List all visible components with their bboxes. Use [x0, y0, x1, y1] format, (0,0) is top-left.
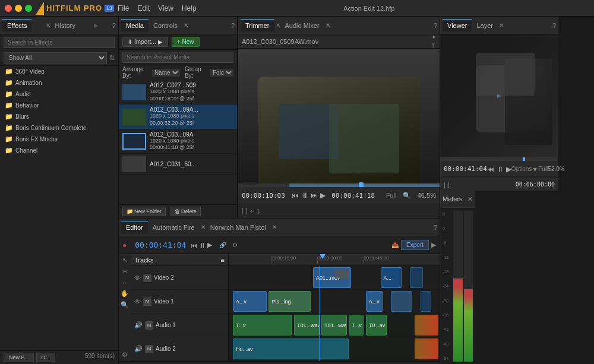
mark-in-icon[interactable]: [: [242, 208, 244, 214]
ripple-tool-icon[interactable]: ↔: [122, 279, 128, 286]
effects-category-360video[interactable]: 📁 360° Video: [0, 66, 118, 77]
delete-button[interactable]: D...: [36, 353, 55, 362]
export-button[interactable]: Export: [401, 240, 429, 250]
clip-hu-av[interactable]: Hu...av: [233, 338, 349, 359]
clip-pls-ing[interactable]: Pls...ing: [268, 291, 311, 312]
show-all-select[interactable]: Show All: [4, 52, 107, 64]
zoom-search-icon[interactable]: 🔍: [403, 192, 411, 200]
overwrite-icon[interactable]: ⤵: [257, 208, 260, 214]
editor-magnet-icon[interactable]: ⚙: [232, 242, 238, 248]
mute-audio2-icon[interactable]: M: [145, 345, 153, 353]
import-button[interactable]: ⬇ Import... ▶: [122, 37, 168, 47]
clip-t-v[interactable]: T...v: [233, 315, 292, 335]
skip-end-button[interactable]: ⏭: [311, 191, 318, 200]
eye-icon[interactable]: 👁: [134, 298, 141, 305]
media-search-input[interactable]: [122, 52, 233, 63]
media-item[interactable]: A012_C03...09A... 1920 x 1080 pixels00:0…: [119, 105, 237, 129]
snap-tool-icon[interactable]: ⚙: [122, 351, 128, 359]
tab-audio-mixer[interactable]: Audio Mixer: [280, 20, 324, 31]
close-norwich-tab-icon[interactable]: ✕: [272, 224, 277, 230]
editor-skip-start-button[interactable]: ⏮: [191, 241, 197, 249]
play-button[interactable]: ▶: [320, 191, 326, 200]
clip-t01-wav-1[interactable]: T01...wav: [294, 315, 320, 335]
editor-panel-info-icon[interactable]: ?: [434, 224, 437, 231]
effects-category-boris-mocha[interactable]: 📁 Boris FX Mocha: [0, 134, 118, 145]
effects-category-audio[interactable]: 📁 Audio: [0, 88, 118, 100]
effects-category-animation[interactable]: 📁 Animation: [0, 77, 118, 88]
delete-media-button[interactable]: 🗑 Delete: [170, 207, 201, 216]
media-item[interactable]: A012_C031_50...: [119, 154, 237, 175]
tracks-menu-icon[interactable]: ≡: [221, 257, 225, 264]
menu-file[interactable]: File: [118, 4, 129, 12]
close-trimmer-tab-icon[interactable]: ✕: [276, 22, 280, 29]
viewer-options-arrow-icon[interactable]: ▼: [532, 166, 538, 173]
effects-category-boris-continuum[interactable]: 📁 Boris Continuum Complete: [0, 122, 118, 134]
trimmer-tool-icon[interactable]: ✦: [431, 34, 436, 40]
new-folder-button[interactable]: 📁 New Folder: [122, 207, 166, 216]
hand-tool-icon[interactable]: ✋: [121, 290, 129, 297]
audio-icon[interactable]: 🔊: [134, 321, 143, 329]
viewer-in-icon[interactable]: [: [444, 181, 446, 188]
tab-editor[interactable]: Editor: [121, 221, 148, 233]
menu-help[interactable]: Help: [182, 4, 197, 12]
tab-trimmer[interactable]: Trimmer: [241, 19, 274, 31]
close-audio-mixer-tab-icon[interactable]: ✕: [326, 22, 330, 29]
zoom-tool-icon[interactable]: 🔍: [121, 301, 129, 309]
mute-icon[interactable]: M: [143, 274, 151, 282]
play-pause-button[interactable]: ⏸: [301, 191, 308, 200]
viewer-panel-info-icon[interactable]: ?: [552, 22, 556, 29]
media-panel-info-icon[interactable]: ?: [231, 22, 235, 29]
clip-a-v2[interactable]: A...: [381, 267, 402, 288]
tab-automatic-fire[interactable]: Automatic Fire: [148, 221, 200, 233]
viewer-out-icon[interactable]: ]: [448, 181, 450, 188]
editor-play-pause-button[interactable]: ⏸: [199, 241, 206, 249]
close-layer-tab-icon[interactable]: ✕: [499, 22, 504, 29]
menu-view[interactable]: View: [158, 4, 173, 12]
effects-search-input[interactable]: [4, 37, 115, 48]
trimmer-panel-info-icon[interactable]: ?: [434, 22, 437, 29]
close-controls-tab-icon[interactable]: ✕: [184, 22, 188, 29]
tab-media[interactable]: Media: [121, 19, 148, 31]
minimize-button[interactable]: [15, 5, 22, 12]
selection-tool-icon[interactable]: ↖: [122, 257, 128, 264]
menu-edit[interactable]: Edit: [137, 4, 150, 12]
close-meters-icon[interactable]: ✕: [467, 195, 473, 203]
maximize-button[interactable]: [25, 5, 32, 12]
mute-icon[interactable]: M: [143, 297, 151, 306]
clip-a01-mov[interactable]: A01...mov: [313, 267, 351, 288]
viewer-play-button[interactable]: ▶: [506, 165, 511, 173]
effects-sort-icon[interactable]: ⇅: [109, 54, 115, 62]
insert-icon[interactable]: ↵: [250, 208, 255, 214]
clip-t-v-2[interactable]: T...v: [349, 315, 364, 335]
mark-out-icon[interactable]: ]: [246, 208, 248, 214]
tab-norwich-man-pistol[interactable]: Norwich Man Pistol: [206, 221, 271, 233]
media-item[interactable]: A012_C027...509 1920 x 1080 pixels00:00:…: [119, 80, 237, 105]
clip-a-v1-2[interactable]: A...v: [366, 291, 383, 312]
close-effects-tab-icon[interactable]: ✕: [46, 22, 50, 29]
clip-t01-wav-2[interactable]: T01...wav: [321, 315, 347, 335]
viewer-skip-start-button[interactable]: ⏮: [487, 165, 494, 173]
trimmer-text-icon[interactable]: T: [431, 42, 436, 49]
arrange-select[interactable]: Name: [152, 69, 180, 77]
eye-icon[interactable]: 👁: [134, 274, 141, 281]
skip-start-button[interactable]: ⏮: [292, 191, 299, 200]
mute-audio-icon[interactable]: M: [145, 321, 153, 330]
close-button[interactable]: [5, 5, 12, 12]
media-item[interactable]: A012_C03...09A 1920 x 1080 pixels00:00:4…: [119, 129, 237, 154]
tab-history[interactable]: History: [50, 20, 80, 31]
tab-layer[interactable]: Layer: [472, 20, 498, 31]
effects-category-blurs[interactable]: 📁 Blurs: [0, 111, 118, 122]
clip-v2-right[interactable]: [410, 267, 422, 288]
group-select[interactable]: Folc: [210, 69, 233, 77]
effects-panel-info-icon[interactable]: ?: [112, 22, 116, 29]
export-arrow-icon[interactable]: ▶: [431, 241, 436, 249]
tab-viewer[interactable]: Viewer: [443, 19, 472, 31]
tab-effects[interactable]: Effects: [2, 19, 31, 31]
clip-v1-far-right[interactable]: [421, 291, 431, 312]
new-button[interactable]: + New: [172, 37, 200, 47]
new-folder-button[interactable]: New F...: [4, 353, 34, 362]
viewer-play-pause-button[interactable]: ⏸: [497, 165, 504, 173]
clip-t0-av[interactable]: T0...av: [366, 315, 387, 335]
clip-v1-right[interactable]: [391, 291, 412, 312]
audio-icon[interactable]: 🔊: [134, 345, 143, 353]
